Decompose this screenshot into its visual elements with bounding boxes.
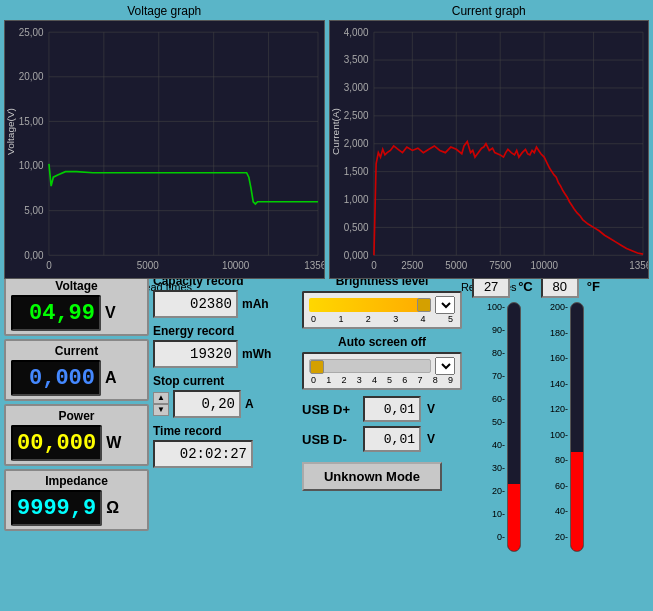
power-display: 00,000 [11, 425, 102, 461]
energy-record-unit: mWh [242, 347, 271, 361]
voltage-graph-container: Voltage graph 25,00 20,00 15, [4, 4, 325, 270]
impedance-display-row: 9999,9 Ω [11, 490, 142, 526]
svg-text:20,00: 20,00 [19, 71, 44, 82]
svg-text:0,000: 0,000 [343, 250, 368, 261]
unknown-mode-button[interactable]: Unknown Mode [302, 462, 442, 491]
celsius-unit: °C [518, 279, 533, 294]
power-display-row: 00,000 W [11, 425, 142, 461]
bottom-panel: Voltage 04,99 V Current 0,000 A Power [0, 270, 653, 611]
spin-up-button[interactable]: ▲ [153, 392, 169, 404]
current-meter: Current 0,000 A [4, 339, 149, 401]
stop-current-unit: A [245, 397, 254, 411]
auto-screen-dropdown[interactable]: ▼ [435, 357, 455, 375]
current-graph-area: 4,000 3,500 3,000 2,500 2,000 1,500 1,00… [329, 20, 650, 279]
stop-current-spinbox: ▲ ▼ [153, 392, 169, 416]
svg-text:13569: 13569 [304, 260, 323, 271]
usb-dplus-label: USB D+ [302, 402, 357, 417]
usb-dminus-label: USB D- [302, 432, 357, 447]
impedance-meter: Impedance 9999,9 Ω [4, 469, 149, 531]
auto-screen-label: Auto screen off [302, 335, 462, 349]
fahrenheit-fill [571, 452, 583, 551]
energy-record-row: mWh [153, 340, 298, 368]
impedance-display: 9999,9 [11, 490, 102, 526]
capacity-record-unit: mAh [242, 297, 269, 311]
usb-dminus-row: USB D- V [302, 426, 462, 452]
power-value: 00,000 [17, 431, 96, 456]
svg-text:4,000: 4,000 [343, 26, 368, 37]
svg-text:Voltage(V): Voltage(V) [5, 108, 16, 155]
power-meter: Power 00,000 W [4, 404, 149, 466]
usb-block: USB D+ V USB D- V [302, 396, 462, 452]
energy-record-label: Energy record [153, 324, 298, 338]
energy-record-block: Energy record mWh [153, 324, 298, 368]
brightness-dropdown[interactable]: ▼ [435, 296, 455, 314]
voltage-unit: V [105, 304, 116, 322]
fahrenheit-unit: °F [587, 279, 600, 294]
svg-text:10000: 10000 [530, 260, 558, 271]
svg-text:13569: 13569 [629, 260, 648, 271]
svg-text:2500: 2500 [401, 260, 423, 271]
current-display-row: 0,000 A [11, 360, 142, 396]
brightness-ticks: 012345 [309, 314, 455, 324]
thermometer-column: °C °F 100- 90- 80- 70- 60- 50- 40- 30- 2… [466, 274, 606, 607]
stop-current-row: ▲ ▼ A [153, 390, 298, 418]
time-record-label: Time record [153, 424, 298, 438]
svg-text:0: 0 [371, 260, 377, 271]
usb-dminus-input[interactable] [363, 426, 421, 452]
stop-current-block: Stop current ▲ ▼ A [153, 374, 298, 418]
current-value: 0,000 [29, 366, 95, 391]
current-unit: A [105, 369, 117, 387]
voltage-value: 04,99 [29, 301, 95, 326]
right-center-column: Brightness level ▼ 012345 Auto screen of… [302, 274, 462, 607]
auto-screen-slider-container: ▼ 0123456789 [302, 352, 462, 390]
current-label: Current [11, 344, 142, 358]
svg-text:5000: 5000 [445, 260, 467, 271]
meters-column: Voltage 04,99 V Current 0,000 A Power [4, 274, 149, 607]
voltage-graph-area: 25,00 20,00 15,00 10,00 5,00 0,00 Voltag… [4, 20, 325, 279]
time-record-block: Time record [153, 424, 298, 468]
time-record-input[interactable] [153, 440, 253, 468]
usb-dplus-input[interactable] [363, 396, 421, 422]
usb-dminus-unit: V [427, 432, 435, 446]
svg-text:15,00: 15,00 [19, 116, 44, 127]
svg-text:0: 0 [46, 260, 52, 271]
svg-text:25,00: 25,00 [19, 26, 44, 37]
energy-record-input[interactable] [153, 340, 238, 368]
current-display: 0,000 [11, 360, 101, 396]
fahrenheit-thermometer: 200- 180- 160- 140- 120- 100- 80- 60- 40… [540, 302, 595, 552]
middle-column: Capacity record mAh Energy record mWh St… [153, 274, 298, 607]
brightness-block: Brightness level ▼ 012345 [302, 274, 462, 329]
svg-text:1,500: 1,500 [343, 166, 368, 177]
power-unit: W [106, 434, 121, 452]
current-graph-container: Current graph [329, 4, 650, 270]
svg-text:Current(A): Current(A) [330, 108, 341, 155]
capacity-record-row: mAh [153, 290, 298, 318]
impedance-unit: Ω [106, 499, 119, 517]
fahrenheit-tube [570, 302, 584, 552]
thermometers-row: 100- 90- 80- 70- 60- 50- 40- 30- 20- 10-… [466, 302, 606, 607]
svg-text:10000: 10000 [222, 260, 250, 271]
celsius-tube [507, 302, 521, 552]
celsius-fill [508, 484, 520, 551]
capacity-record-input[interactable] [153, 290, 238, 318]
voltage-label: Voltage [11, 279, 142, 293]
usb-dplus-unit: V [427, 402, 435, 416]
voltage-display: 04,99 [11, 295, 101, 331]
svg-text:1,000: 1,000 [343, 194, 368, 205]
svg-text:0,00: 0,00 [24, 250, 44, 261]
celsius-scale: 100- 90- 80- 70- 60- 50- 40- 30- 20- 10-… [477, 302, 505, 542]
power-label: Power [11, 409, 142, 423]
svg-text:3,000: 3,000 [343, 82, 368, 93]
svg-text:7500: 7500 [489, 260, 511, 271]
auto-screen-ticks: 0123456789 [309, 375, 455, 385]
brightness-slider-container: ▼ 012345 [302, 291, 462, 329]
voltage-display-row: 04,99 V [11, 295, 142, 331]
svg-text:5,00: 5,00 [24, 205, 44, 216]
svg-text:5000: 5000 [137, 260, 159, 271]
celsius-thermometer: 100- 90- 80- 70- 60- 50- 40- 30- 20- 10-… [477, 302, 532, 552]
spin-down-button[interactable]: ▼ [153, 404, 169, 416]
time-record-row [153, 440, 298, 468]
stop-current-input[interactable] [173, 390, 241, 418]
svg-text:10,00: 10,00 [19, 160, 44, 171]
stop-current-label: Stop current [153, 374, 298, 388]
